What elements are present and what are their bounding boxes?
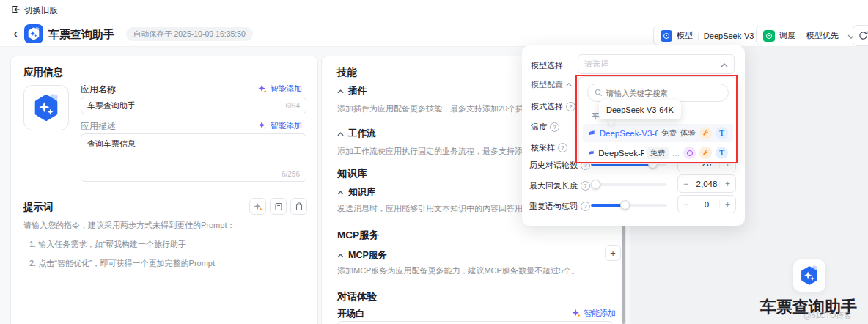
model-pill-value: DeepSeek-V3 bbox=[704, 32, 754, 40]
mcp-collapse-row[interactable]: MCP服务 bbox=[337, 249, 387, 262]
app-avatar-icon bbox=[31, 92, 62, 123]
prompt-title: 提示词 bbox=[23, 201, 54, 214]
top-p-label: 核采样? bbox=[531, 142, 567, 153]
sparkle-icon bbox=[258, 121, 267, 131]
switch-old-version-link[interactable]: 切换旧版 bbox=[10, 4, 58, 16]
sparkle-icon bbox=[258, 84, 267, 95]
section-divider bbox=[23, 191, 306, 191]
opening-input[interactable] bbox=[337, 321, 613, 324]
app-name-input-wrap: 6/64 bbox=[81, 97, 306, 114]
opening-label: 开场白 bbox=[337, 308, 365, 320]
watermark: @51CTO博客 bbox=[803, 311, 851, 321]
mcp-desc: 添加MCP服务为应用配备更多能力，建议MCP服务数量不超过5个。 bbox=[337, 265, 613, 276]
temperature-label: 温度? bbox=[531, 122, 559, 133]
max-length-stepper: − 2,048 + bbox=[677, 174, 736, 193]
model-select-dropdown[interactable]: 请选择 bbox=[578, 54, 735, 74]
chevron-up-icon bbox=[566, 83, 572, 86]
smart-add-desc-link[interactable]: 智能添加 bbox=[258, 120, 302, 131]
app-desc-label: 应用描述 bbox=[81, 120, 116, 133]
more-tag: … bbox=[672, 149, 680, 158]
max-length-slider-rail[interactable] bbox=[591, 183, 667, 186]
chevron-up-icon bbox=[337, 254, 344, 258]
app-avatar[interactable] bbox=[23, 85, 69, 130]
help-icon: ? bbox=[550, 122, 559, 132]
exit-icon bbox=[10, 4, 21, 16]
penalty-label: 重复语句惩罚? bbox=[529, 201, 590, 212]
sparkle-icon bbox=[254, 202, 262, 211]
free-tag: 免费 bbox=[661, 128, 677, 139]
penalty-stepper: − 0 + bbox=[677, 195, 736, 213]
prompt-optimize-button[interactable] bbox=[249, 198, 266, 215]
dispatch-pill-value: 模型优先 bbox=[806, 30, 839, 41]
penalty-slider-thumb[interactable] bbox=[620, 200, 630, 210]
max-length-slider-thumb[interactable] bbox=[591, 180, 600, 189]
workflow-collapse-row[interactable]: 工作流 bbox=[337, 128, 376, 140]
model-select-placeholder: 请选择 bbox=[584, 59, 721, 70]
clipboard-icon bbox=[295, 202, 304, 211]
app-logo-icon bbox=[24, 24, 43, 43]
function-call-icon bbox=[699, 147, 712, 159]
model-icon bbox=[661, 30, 672, 42]
refresh-icon bbox=[858, 30, 868, 41]
plugin-collapse-row[interactable]: 插件 bbox=[337, 85, 367, 97]
model-option-deepseek-v3[interactable]: DeepSeek-V3-64K 免费 体验 T bbox=[583, 124, 733, 142]
preview-app-icon bbox=[793, 259, 825, 292]
penalty-value[interactable]: 0 bbox=[694, 200, 720, 209]
dispatch-selector-pill[interactable]: 调度 | 模型优先 bbox=[756, 26, 862, 45]
max-length-label: 最大回复长度? bbox=[529, 180, 590, 191]
dispatch-pill-label: 调度 bbox=[779, 30, 795, 41]
app-desc-textarea[interactable]: 查询车票信息 bbox=[81, 134, 306, 166]
help-icon: ? bbox=[566, 102, 575, 111]
mode-select-label: 模式选择? bbox=[531, 101, 575, 112]
reasoning-icon bbox=[683, 147, 696, 159]
chevron-up-icon bbox=[337, 191, 344, 195]
plus-icon: + bbox=[610, 248, 616, 259]
model-option-name: DeepSeek-V3-64K bbox=[600, 129, 658, 138]
model-search-box bbox=[587, 84, 729, 102]
model-tooltip: DeepSeek-V3-64K bbox=[599, 100, 681, 119]
autosave-badge: 自动保存于 2025-10-09 16:35:50 bbox=[126, 27, 253, 41]
utility-bar bbox=[0, 0, 868, 21]
model-option-name: DeepSeek-R1-... bbox=[598, 149, 643, 158]
title-divider bbox=[119, 28, 119, 40]
app-desc-textarea-wrap: 查询车票信息 6/256 bbox=[81, 133, 306, 182]
app-name-counter: 6/64 bbox=[286, 102, 300, 110]
help-icon: ? bbox=[581, 202, 590, 211]
model-select-label: 模型选择 bbox=[531, 60, 563, 71]
refresh-button[interactable] bbox=[853, 25, 868, 46]
model-pill-label: 模型 bbox=[677, 30, 693, 41]
model-search-input[interactable] bbox=[606, 89, 721, 97]
app-name-input[interactable] bbox=[87, 101, 286, 110]
max-length-value[interactable]: 2,048 bbox=[694, 180, 720, 188]
back-button[interactable]: ‹ bbox=[10, 26, 21, 41]
plus-button[interactable]: + bbox=[720, 179, 735, 189]
plus-button[interactable]: + bbox=[720, 199, 735, 210]
minus-button[interactable]: − bbox=[678, 179, 694, 189]
knowledge-collapse-row[interactable]: 知识库 bbox=[337, 186, 376, 199]
dispatch-icon bbox=[763, 30, 775, 42]
smart-add-opening-link[interactable]: 智能添加 bbox=[572, 308, 616, 319]
app-builder-page: 切换旧版 ‹ 车票查询助手 自动保存于 2025-10-09 16:35:50 … bbox=[0, 0, 868, 324]
model-config-collapse[interactable]: 模型配置 bbox=[531, 79, 572, 90]
deepseek-whale-icon bbox=[588, 128, 596, 138]
switch-old-version-label: 切换旧版 bbox=[24, 5, 58, 16]
document-icon bbox=[274, 202, 283, 211]
help-icon: ? bbox=[558, 143, 567, 152]
minus-button[interactable]: − bbox=[678, 199, 694, 210]
prompt-placeholder-line3: 2. 点击“智能优化”，即可获得一个更加完整的Prompt bbox=[29, 258, 306, 269]
help-icon: ? bbox=[581, 181, 590, 191]
prompt-template-button[interactable] bbox=[270, 198, 287, 215]
app-info-title: 应用信息 bbox=[23, 66, 63, 79]
prompt-placeholder-line2: 1. 输入任务需求，如“帮我构建一个旅行助手 bbox=[29, 239, 306, 250]
text-capability-icon: T bbox=[716, 127, 728, 139]
text-capability-icon: T bbox=[716, 147, 728, 159]
smart-add-name-link[interactable]: 智能添加 bbox=[258, 84, 302, 95]
chat-exp-title: 对话体验 bbox=[337, 290, 377, 303]
trial-tag: 体验 bbox=[680, 128, 696, 139]
chevron-up-icon bbox=[337, 89, 344, 94]
prompt-copy-button[interactable] bbox=[290, 198, 307, 215]
model-option-deepseek-r1[interactable]: DeepSeek-R1-... 免费 … T bbox=[583, 144, 733, 162]
mcp-title: MCP服务 bbox=[337, 229, 379, 242]
sparkle-icon bbox=[572, 309, 581, 319]
add-mcp-button[interactable]: + bbox=[605, 245, 621, 261]
